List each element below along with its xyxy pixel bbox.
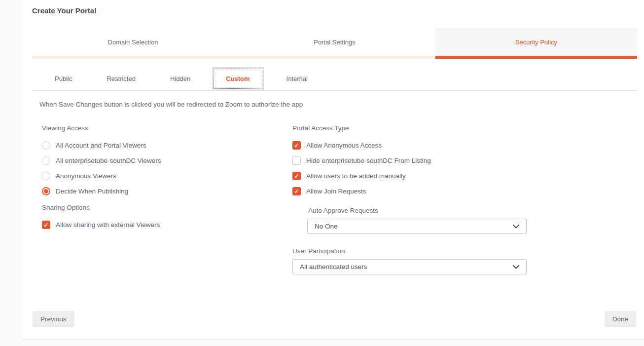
checkbox-icon[interactable]: ✓ [292, 156, 301, 165]
checkbox-allow-external-sharing[interactable]: ✓ Allow sharing with external Viewers [42, 217, 292, 232]
previous-button[interactable]: Previous [33, 311, 74, 327]
subtab-restricted-label: Restricted [107, 75, 136, 82]
radio-label: All Account and Portal Viewers [56, 142, 146, 149]
checkbox-label: Allow users to be added manually [306, 172, 406, 180]
chevron-down-icon [513, 265, 519, 269]
check-icon: ✓ [294, 188, 299, 194]
radio-all-enterprisetube-southdc-viewers[interactable]: All enterprisetube-southDC Viewers [42, 153, 292, 168]
check-icon: ✓ [294, 173, 299, 179]
radio-button-icon[interactable] [42, 172, 50, 180]
checkbox-icon[interactable]: ✓ [42, 221, 50, 229]
user-participation-select[interactable]: All authenticated users [292, 259, 527, 274]
check-icon: ✓ [43, 222, 48, 228]
subtab-restricted[interactable]: Restricted [95, 67, 147, 90]
radio-button-icon[interactable] [42, 156, 50, 165]
subtab-custom-label: Custom [226, 75, 250, 82]
user-participation-value: All authenticated users [300, 263, 513, 270]
chevron-down-icon [513, 225, 519, 229]
checkbox-allow-users-added-manually[interactable]: ✓ Allow users to be added manually [292, 168, 637, 184]
settings-columns: Viewing Access All Account and Portal Vi… [42, 124, 637, 274]
subtab-internal[interactable]: Internal [275, 67, 320, 90]
radio-all-account-portal-viewers[interactable]: All Account and Portal Viewers [42, 138, 292, 153]
tab-domain-selection[interactable]: Domain Selection [32, 28, 234, 59]
checkbox-icon[interactable]: ✓ [292, 187, 301, 195]
viewing-access-heading: Viewing Access [42, 124, 292, 132]
radio-label: Anonymous Viewers [56, 172, 116, 180]
radio-decide-when-publishing[interactable]: Decide When Publishing [42, 184, 292, 199]
checkbox-label: Hide enterprisetube-southDC From Listing [306, 157, 431, 164]
checkbox-allow-anonymous-access[interactable]: ✓ Allow Anonymous Access [292, 138, 637, 153]
auto-approve-label: Auto Approve Requests [308, 207, 637, 214]
radio-button-icon[interactable] [42, 187, 50, 195]
page-title: Create Your Portal [32, 6, 637, 15]
viewing-access-column: Viewing Access All Account and Portal Vi… [42, 124, 292, 274]
checkbox-label: Allow sharing with external Viewers [56, 221, 160, 229]
radio-button-icon[interactable] [42, 141, 50, 150]
zoom-authorize-notice: When Save Changes button is clicked you … [39, 101, 637, 108]
radio-label: Decide When Publishing [56, 188, 128, 195]
sharing-options-heading: Sharing Options [42, 204, 292, 211]
subtab-hidden-label: Hidden [170, 75, 190, 82]
tab-security-policy[interactable]: Security Policy [435, 28, 637, 59]
create-portal-panel: Create Your Portal Domain Selection Port… [22, 0, 644, 340]
security-policy-subtabs: Public Restricted Hidden Custom Internal [32, 67, 637, 91]
subtab-public-label: Public [55, 75, 72, 82]
portal-access-heading: Portal Access Type [292, 124, 637, 132]
check-icon: ✓ [294, 142, 299, 148]
tab-domain-selection-label: Domain Selection [108, 38, 158, 46]
checkbox-icon[interactable]: ✓ [292, 172, 301, 180]
checkbox-allow-join-requests[interactable]: ✓ Allow Join Requests [292, 184, 637, 199]
radio-label: All enterprisetube-southDC Viewers [56, 157, 161, 164]
checkbox-label: Allow Anonymous Access [306, 142, 382, 149]
checkbox-label: Allow Join Requests [306, 188, 366, 195]
tab-security-policy-label: Security Policy [515, 38, 557, 46]
tab-portal-settings-label: Portal Settings [314, 38, 356, 46]
done-button[interactable]: Done [605, 311, 636, 327]
auto-approve-value: No One [315, 223, 513, 230]
tab-portal-settings[interactable]: Portal Settings [234, 28, 435, 59]
wizard-tabs: Domain Selection Portal Settings Securit… [32, 28, 637, 59]
radio-anonymous-viewers[interactable]: Anonymous Viewers [42, 168, 292, 184]
subtab-custom[interactable]: Custom [212, 67, 263, 90]
portal-access-column: Portal Access Type ✓ Allow Anonymous Acc… [292, 124, 637, 274]
user-participation-label: User Participation [292, 247, 637, 255]
checkbox-hide-from-listing[interactable]: ✓ Hide enterprisetube-southDC From Listi… [292, 153, 637, 168]
subtab-public[interactable]: Public [43, 67, 84, 90]
auto-approve-select[interactable]: No One [307, 219, 527, 234]
subtab-hidden[interactable]: Hidden [158, 67, 202, 90]
checkbox-icon[interactable]: ✓ [292, 141, 301, 150]
subtab-internal-label: Internal [286, 75, 308, 82]
